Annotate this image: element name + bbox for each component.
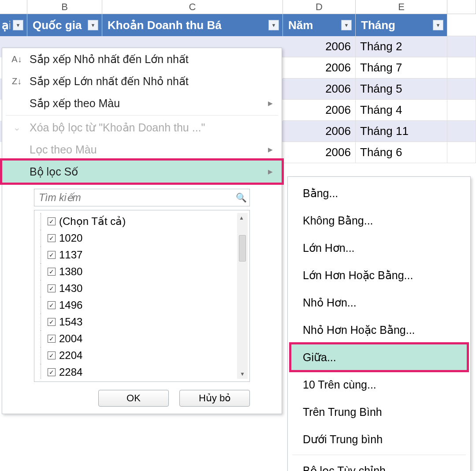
table-header-row: ại ▼ Quốc gia ▼ Khoản Doanh thu Bá ▼ Năm… bbox=[0, 14, 476, 36]
filter-values-list: ✓ (Chọn Tất cả) ✓1020 ✓1137 ✓1380 ✓1430 … bbox=[34, 210, 250, 382]
filter-not-equals[interactable]: Không Bằng... bbox=[290, 207, 468, 234]
col-E[interactable]: E bbox=[356, 0, 447, 14]
filter-dropdown-icon[interactable]: ▼ bbox=[88, 20, 98, 30]
checkbox-icon[interactable]: ✓ bbox=[48, 335, 56, 343]
col-C[interactable]: C bbox=[102, 0, 283, 14]
header-year[interactable]: Năm ▼ bbox=[283, 14, 356, 36]
checkbox-icon[interactable]: ✓ bbox=[48, 368, 56, 376]
cell-year[interactable]: 2006 bbox=[283, 57, 356, 78]
cell-year[interactable]: 2006 bbox=[283, 121, 356, 142]
search-box[interactable]: 🔍 bbox=[34, 189, 250, 206]
filter-greater-eq[interactable]: Lớn Hơn Hoặc Bằng... bbox=[290, 262, 468, 289]
filter-greater[interactable]: Lớn Hơn... bbox=[290, 234, 468, 262]
scroll-up-icon[interactable]: ▲ bbox=[239, 213, 246, 223]
search-icon: 🔍 bbox=[233, 192, 249, 203]
filter-dropdown-icon[interactable]: ▼ bbox=[268, 20, 279, 30]
cancel-button[interactable]: Hủy bỏ bbox=[179, 390, 250, 407]
sort-asc-icon: A↓ bbox=[10, 54, 23, 64]
header-year-label: Năm bbox=[288, 19, 338, 32]
cell-year[interactable]: 2006 bbox=[283, 142, 356, 163]
checkbox-icon[interactable]: ✓ bbox=[48, 351, 56, 359]
list-item[interactable]: ✓2204 bbox=[36, 347, 237, 364]
highlight-annotation: Bộ lọc Số ▶ bbox=[0, 158, 284, 185]
list-item[interactable]: ✓1137 bbox=[36, 247, 237, 263]
cell-year[interactable]: 2006 bbox=[283, 78, 356, 100]
cell-month[interactable]: Tháng 6 bbox=[356, 142, 447, 163]
list-item[interactable]: ✓1543 bbox=[36, 314, 237, 330]
filter-below-avg[interactable]: Dưới Trung bình bbox=[290, 426, 468, 453]
header-a-label: ại bbox=[2, 19, 10, 32]
column-headers: B C D E bbox=[0, 0, 476, 14]
header-country[interactable]: Quốc gia ▼ bbox=[27, 14, 102, 36]
col-A[interactable] bbox=[0, 0, 27, 14]
submenu-arrow-icon: ▶ bbox=[268, 146, 273, 153]
cell-year[interactable]: 2006 bbox=[283, 100, 356, 121]
col-D[interactable]: D bbox=[283, 0, 356, 14]
filter-above-avg[interactable]: Trên Trung Bình bbox=[290, 398, 468, 426]
filter-top10[interactable]: 10 Trên cùng... bbox=[290, 371, 468, 398]
col-F[interactable] bbox=[447, 0, 476, 14]
checkbox-icon[interactable]: ✓ bbox=[48, 217, 56, 225]
filter-equals[interactable]: Bằng... bbox=[290, 179, 468, 207]
cell-month[interactable]: Tháng 7 bbox=[356, 57, 447, 78]
filter-dropdown-icon[interactable]: ▼ bbox=[433, 20, 443, 30]
filter-dropdown-icon[interactable]: ▼ bbox=[13, 20, 23, 30]
number-filters-submenu: Bằng... Không Bằng... Lớn Hơn... Lớn Hơn… bbox=[287, 176, 471, 471]
menu-separator bbox=[292, 455, 466, 455]
filter-by-color: Lọc theo Màu ▶ bbox=[2, 138, 282, 161]
cell-year[interactable]: 2006 bbox=[283, 36, 356, 57]
cell-month[interactable]: Tháng 4 bbox=[356, 100, 447, 121]
filter-dropdown-icon[interactable]: ▼ bbox=[341, 20, 352, 30]
scroll-thumb[interactable] bbox=[239, 235, 246, 262]
filter-less-eq[interactable]: Nhỏ Hơn Hoặc Bằng... bbox=[290, 316, 468, 344]
sort-ascending[interactable]: A↓ Sắp xếp Nhỏ nhất đến Lớn nhất bbox=[2, 48, 282, 70]
autofilter-panel: A↓ Sắp xếp Nhỏ nhất đến Lớn nhất Z↓ Sắp … bbox=[2, 48, 282, 414]
header-country-label: Quốc gia bbox=[33, 19, 85, 32]
sort-desc-icon: Z↓ bbox=[10, 76, 23, 86]
clear-filter-icon: ⌄ bbox=[10, 122, 23, 133]
scroll-down-icon[interactable]: ▼ bbox=[240, 369, 245, 379]
checkbox-icon[interactable]: ✓ bbox=[48, 301, 56, 309]
filter-less[interactable]: Nhỏ Hơn... bbox=[290, 289, 468, 316]
list-item[interactable]: ✓1496 bbox=[36, 297, 237, 314]
cell-month[interactable]: Tháng 11 bbox=[356, 121, 447, 142]
filter-by-color-label: Lọc theo Màu bbox=[30, 143, 97, 156]
sort-by-color-label: Sắp xếp theo Màu bbox=[30, 97, 120, 110]
checkbox-icon[interactable]: ✓ bbox=[48, 234, 56, 242]
clear-filter: ⌄ Xóa bộ lọc từ "Khoản Doanh thu ..." bbox=[2, 116, 282, 138]
filter-between[interactable]: Giữa... bbox=[290, 344, 468, 371]
header-col-a[interactable]: ại ▼ bbox=[0, 14, 27, 36]
select-all-item[interactable]: ✓ (Chọn Tất cả) bbox=[36, 213, 237, 230]
clear-filter-label: Xóa bộ lọc từ "Khoản Doanh thu ..." bbox=[30, 121, 205, 134]
number-filters-label: Bộ lọc Số bbox=[30, 165, 78, 178]
checkbox-icon[interactable]: ✓ bbox=[48, 284, 56, 292]
list-item[interactable]: ✓1020 bbox=[36, 230, 237, 247]
header-revenue-label: Khoản Doanh thu Bá bbox=[108, 19, 266, 32]
checkbox-icon[interactable]: ✓ bbox=[48, 251, 56, 259]
checkbox-icon[interactable]: ✓ bbox=[48, 318, 56, 326]
list-item[interactable]: ✓1430 bbox=[36, 280, 237, 297]
filter-custom[interactable]: Bộ lọc Tùy chỉnh... bbox=[290, 457, 468, 471]
sort-by-color[interactable]: Sắp xếp theo Màu ▶ bbox=[2, 92, 282, 114]
select-all-label: (Chọn Tất cả) bbox=[59, 215, 126, 228]
header-month-label: Tháng bbox=[361, 19, 430, 32]
list-item[interactable]: ✓2004 bbox=[36, 330, 237, 347]
scrollbar[interactable]: ▲ ▼ bbox=[237, 213, 248, 379]
sort-ascending-label: Sắp xếp Nhỏ nhất đến Lớn nhất bbox=[30, 53, 189, 66]
header-month[interactable]: Tháng ▼ bbox=[356, 14, 447, 36]
submenu-arrow-icon: ▶ bbox=[268, 100, 273, 107]
cell-month[interactable]: Tháng 2 bbox=[356, 36, 447, 57]
list-item[interactable]: ✓1380 bbox=[36, 263, 237, 280]
checkbox-icon[interactable]: ✓ bbox=[48, 268, 56, 276]
search-input[interactable] bbox=[34, 192, 233, 204]
cell-month[interactable]: Tháng 5 bbox=[356, 78, 447, 100]
menu-separator bbox=[6, 115, 278, 116]
submenu-arrow-icon: ▶ bbox=[268, 168, 273, 175]
col-B[interactable]: B bbox=[27, 0, 102, 14]
sort-descending[interactable]: Z↓ Sắp xếp Lớn nhất đến Nhỏ nhất bbox=[2, 70, 282, 92]
list-item[interactable]: ✓2284 bbox=[36, 364, 237, 379]
header-revenue[interactable]: Khoản Doanh thu Bá ▼ bbox=[102, 14, 283, 36]
ok-button[interactable]: OK bbox=[98, 390, 169, 407]
sort-descending-label: Sắp xếp Lớn nhất đến Nhỏ nhất bbox=[30, 75, 189, 88]
number-filters[interactable]: Bộ lọc Số ▶ bbox=[2, 161, 282, 183]
